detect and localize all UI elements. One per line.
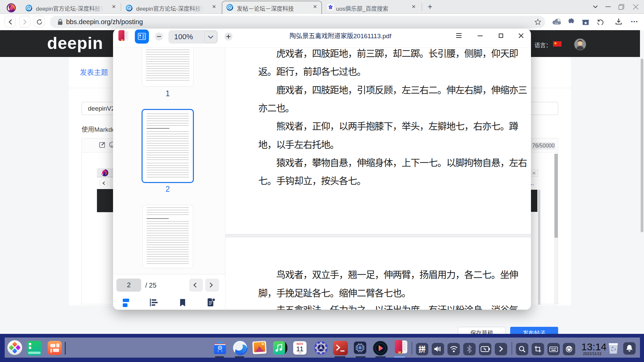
svg-text:2: 2 — [558, 19, 559, 21]
svg-text:du: du — [329, 7, 331, 9]
svg-text:Aria: Aria — [555, 22, 558, 24]
